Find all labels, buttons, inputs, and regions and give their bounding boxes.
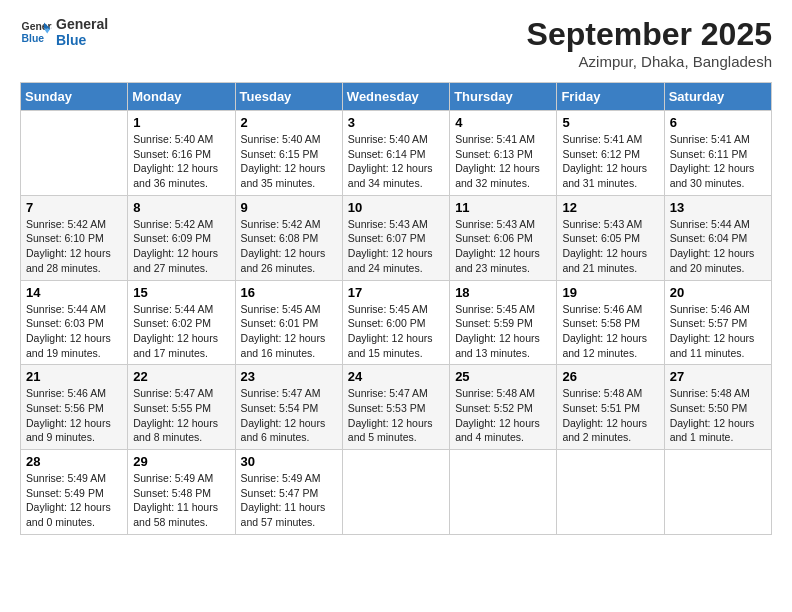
day-number: 18 [455, 285, 551, 300]
calendar-cell: 20Sunrise: 5:46 AMSunset: 5:57 PMDayligh… [664, 280, 771, 365]
day-number: 2 [241, 115, 337, 130]
day-info: Sunrise: 5:41 AMSunset: 6:13 PMDaylight:… [455, 132, 551, 191]
calendar-cell: 27Sunrise: 5:48 AMSunset: 5:50 PMDayligh… [664, 365, 771, 450]
day-number: 29 [133, 454, 229, 469]
calendar-cell: 10Sunrise: 5:43 AMSunset: 6:07 PMDayligh… [342, 195, 449, 280]
day-info: Sunrise: 5:49 AMSunset: 5:48 PMDaylight:… [133, 471, 229, 530]
weekday-header-friday: Friday [557, 83, 664, 111]
day-info: Sunrise: 5:41 AMSunset: 6:12 PMDaylight:… [562, 132, 658, 191]
day-info: Sunrise: 5:45 AMSunset: 6:00 PMDaylight:… [348, 302, 444, 361]
day-info: Sunrise: 5:44 AMSunset: 6:03 PMDaylight:… [26, 302, 122, 361]
day-info: Sunrise: 5:43 AMSunset: 6:05 PMDaylight:… [562, 217, 658, 276]
day-number: 7 [26, 200, 122, 215]
month-title: September 2025 [527, 16, 772, 53]
day-info: Sunrise: 5:48 AMSunset: 5:50 PMDaylight:… [670, 386, 766, 445]
logo-text-blue: Blue [56, 32, 108, 48]
weekday-header-sunday: Sunday [21, 83, 128, 111]
day-number: 27 [670, 369, 766, 384]
day-info: Sunrise: 5:40 AMSunset: 6:16 PMDaylight:… [133, 132, 229, 191]
weekday-header-monday: Monday [128, 83, 235, 111]
calendar-cell: 21Sunrise: 5:46 AMSunset: 5:56 PMDayligh… [21, 365, 128, 450]
day-number: 4 [455, 115, 551, 130]
calendar-cell: 16Sunrise: 5:45 AMSunset: 6:01 PMDayligh… [235, 280, 342, 365]
weekday-header-tuesday: Tuesday [235, 83, 342, 111]
day-number: 6 [670, 115, 766, 130]
day-number: 25 [455, 369, 551, 384]
calendar-cell: 26Sunrise: 5:48 AMSunset: 5:51 PMDayligh… [557, 365, 664, 450]
calendar-cell: 25Sunrise: 5:48 AMSunset: 5:52 PMDayligh… [450, 365, 557, 450]
calendar-cell: 2Sunrise: 5:40 AMSunset: 6:15 PMDaylight… [235, 111, 342, 196]
day-number: 21 [26, 369, 122, 384]
logo-text-general: General [56, 16, 108, 32]
calendar-cell: 15Sunrise: 5:44 AMSunset: 6:02 PMDayligh… [128, 280, 235, 365]
calendar-cell: 1Sunrise: 5:40 AMSunset: 6:16 PMDaylight… [128, 111, 235, 196]
day-info: Sunrise: 5:45 AMSunset: 5:59 PMDaylight:… [455, 302, 551, 361]
day-info: Sunrise: 5:42 AMSunset: 6:10 PMDaylight:… [26, 217, 122, 276]
day-info: Sunrise: 5:46 AMSunset: 5:58 PMDaylight:… [562, 302, 658, 361]
title-block: September 2025 Azimpur, Dhaka, Banglades… [527, 16, 772, 70]
calendar-cell: 11Sunrise: 5:43 AMSunset: 6:06 PMDayligh… [450, 195, 557, 280]
day-info: Sunrise: 5:44 AMSunset: 6:02 PMDaylight:… [133, 302, 229, 361]
page-header: General Blue General Blue September 2025… [20, 16, 772, 70]
calendar-cell: 23Sunrise: 5:47 AMSunset: 5:54 PMDayligh… [235, 365, 342, 450]
logo-icon: General Blue [20, 16, 52, 48]
day-number: 11 [455, 200, 551, 215]
day-number: 15 [133, 285, 229, 300]
calendar-cell [664, 450, 771, 535]
day-info: Sunrise: 5:42 AMSunset: 6:09 PMDaylight:… [133, 217, 229, 276]
day-info: Sunrise: 5:49 AMSunset: 5:49 PMDaylight:… [26, 471, 122, 530]
calendar-cell [342, 450, 449, 535]
calendar-cell: 8Sunrise: 5:42 AMSunset: 6:09 PMDaylight… [128, 195, 235, 280]
weekday-header-wednesday: Wednesday [342, 83, 449, 111]
calendar-table: SundayMondayTuesdayWednesdayThursdayFrid… [20, 82, 772, 535]
week-row-5: 28Sunrise: 5:49 AMSunset: 5:49 PMDayligh… [21, 450, 772, 535]
day-number: 26 [562, 369, 658, 384]
day-info: Sunrise: 5:46 AMSunset: 5:57 PMDaylight:… [670, 302, 766, 361]
day-info: Sunrise: 5:46 AMSunset: 5:56 PMDaylight:… [26, 386, 122, 445]
calendar-cell: 18Sunrise: 5:45 AMSunset: 5:59 PMDayligh… [450, 280, 557, 365]
weekday-header-saturday: Saturday [664, 83, 771, 111]
calendar-cell: 5Sunrise: 5:41 AMSunset: 6:12 PMDaylight… [557, 111, 664, 196]
weekday-header-row: SundayMondayTuesdayWednesdayThursdayFrid… [21, 83, 772, 111]
day-number: 30 [241, 454, 337, 469]
svg-text:Blue: Blue [22, 33, 45, 44]
day-info: Sunrise: 5:40 AMSunset: 6:15 PMDaylight:… [241, 132, 337, 191]
logo: General Blue General Blue [20, 16, 108, 48]
day-number: 19 [562, 285, 658, 300]
calendar-cell: 28Sunrise: 5:49 AMSunset: 5:49 PMDayligh… [21, 450, 128, 535]
calendar-cell: 7Sunrise: 5:42 AMSunset: 6:10 PMDaylight… [21, 195, 128, 280]
day-number: 9 [241, 200, 337, 215]
week-row-2: 7Sunrise: 5:42 AMSunset: 6:10 PMDaylight… [21, 195, 772, 280]
day-info: Sunrise: 5:44 AMSunset: 6:04 PMDaylight:… [670, 217, 766, 276]
calendar-cell: 4Sunrise: 5:41 AMSunset: 6:13 PMDaylight… [450, 111, 557, 196]
day-number: 20 [670, 285, 766, 300]
calendar-cell: 22Sunrise: 5:47 AMSunset: 5:55 PMDayligh… [128, 365, 235, 450]
day-info: Sunrise: 5:43 AMSunset: 6:06 PMDaylight:… [455, 217, 551, 276]
calendar-cell: 29Sunrise: 5:49 AMSunset: 5:48 PMDayligh… [128, 450, 235, 535]
day-number: 17 [348, 285, 444, 300]
day-number: 13 [670, 200, 766, 215]
day-number: 23 [241, 369, 337, 384]
calendar-cell: 24Sunrise: 5:47 AMSunset: 5:53 PMDayligh… [342, 365, 449, 450]
calendar-cell [557, 450, 664, 535]
day-number: 12 [562, 200, 658, 215]
week-row-1: 1Sunrise: 5:40 AMSunset: 6:16 PMDaylight… [21, 111, 772, 196]
day-info: Sunrise: 5:47 AMSunset: 5:55 PMDaylight:… [133, 386, 229, 445]
day-number: 14 [26, 285, 122, 300]
day-info: Sunrise: 5:47 AMSunset: 5:53 PMDaylight:… [348, 386, 444, 445]
day-number: 5 [562, 115, 658, 130]
week-row-3: 14Sunrise: 5:44 AMSunset: 6:03 PMDayligh… [21, 280, 772, 365]
day-info: Sunrise: 5:45 AMSunset: 6:01 PMDaylight:… [241, 302, 337, 361]
calendar-cell: 30Sunrise: 5:49 AMSunset: 5:47 PMDayligh… [235, 450, 342, 535]
day-number: 22 [133, 369, 229, 384]
calendar-cell: 12Sunrise: 5:43 AMSunset: 6:05 PMDayligh… [557, 195, 664, 280]
calendar-cell: 3Sunrise: 5:40 AMSunset: 6:14 PMDaylight… [342, 111, 449, 196]
week-row-4: 21Sunrise: 5:46 AMSunset: 5:56 PMDayligh… [21, 365, 772, 450]
day-info: Sunrise: 5:40 AMSunset: 6:14 PMDaylight:… [348, 132, 444, 191]
day-number: 8 [133, 200, 229, 215]
location: Azimpur, Dhaka, Bangladesh [527, 53, 772, 70]
day-info: Sunrise: 5:48 AMSunset: 5:51 PMDaylight:… [562, 386, 658, 445]
day-number: 1 [133, 115, 229, 130]
day-number: 3 [348, 115, 444, 130]
calendar-cell: 6Sunrise: 5:41 AMSunset: 6:11 PMDaylight… [664, 111, 771, 196]
